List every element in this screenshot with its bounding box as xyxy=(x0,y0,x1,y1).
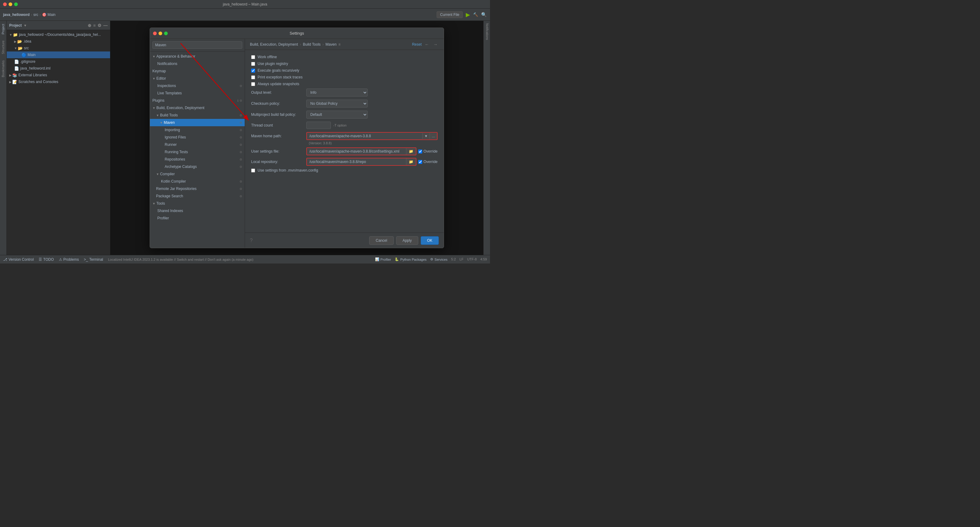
settings-item-shared-indexes[interactable]: Shared Indexes xyxy=(150,207,245,214)
settings-item-remote-jar[interactable]: Remote Jar Repositories ⚙ xyxy=(150,185,245,192)
execute-goals-checkbox[interactable] xyxy=(251,69,255,73)
mvn-config-row: Use settings from .mvn/maven.config xyxy=(251,168,438,173)
local-repository-override-label[interactable]: Override xyxy=(418,160,438,164)
user-settings-override-label[interactable]: Override xyxy=(418,149,438,154)
print-exceptions-checkbox[interactable] xyxy=(251,75,255,79)
settings-item-tools[interactable]: ▼ Tools xyxy=(150,200,245,207)
settings-item-runner[interactable]: Runner ⚙ xyxy=(150,141,245,148)
hide-icon[interactable]: — xyxy=(103,23,108,28)
settings-item-plugins[interactable]: Plugins ℹ ⚙ xyxy=(150,97,245,104)
settings-item-appearance[interactable]: ▼ Appearance & Behavior xyxy=(150,53,245,60)
always-update-checkbox[interactable] xyxy=(251,82,255,86)
tree-item[interactable]: ▶ 📚 External Libraries xyxy=(7,72,110,78)
project-tab[interactable]: Project xyxy=(0,21,6,37)
run-button[interactable]: ▶ xyxy=(466,11,470,18)
version-control-item[interactable]: ⎇ Version Control xyxy=(3,257,34,262)
tree-item[interactable]: 🔵 Main xyxy=(7,51,110,58)
tree-item[interactable]: ▼ 📂 src xyxy=(7,45,110,51)
reset-button[interactable]: Reset xyxy=(412,42,422,46)
settings-item-build[interactable]: ▼ Build, Execution, Deployment xyxy=(150,104,245,111)
settings-item-running-tests[interactable]: Running Tests ⚙ xyxy=(150,148,245,156)
tree-item[interactable]: ▶ 📝 Scratches and Consoles xyxy=(7,78,110,85)
settings-icon[interactable]: ⚙ xyxy=(97,23,102,28)
settings-item-importing[interactable]: Importing ⚙ xyxy=(150,126,245,133)
notifications-tab[interactable]: Notifications xyxy=(484,21,490,42)
settings-item-profiler[interactable]: Profiler xyxy=(150,214,245,222)
output-level-select[interactable]: Info Debug Warn Error xyxy=(306,89,368,97)
dialog-minimize-button[interactable] xyxy=(159,32,162,35)
local-repository-override-checkbox[interactable] xyxy=(418,160,422,164)
src-folder[interactable]: src xyxy=(33,13,38,17)
settings-item-compiler[interactable]: ▼ Compiler xyxy=(150,170,245,178)
badge: ⚙ xyxy=(239,84,242,87)
maven-home-path-browse[interactable]: … xyxy=(430,133,437,139)
todo-item[interactable]: ☰ TODO xyxy=(39,257,54,262)
tree-item-label: java_helloword ~/Documents/idea_java/jav… xyxy=(19,32,101,37)
cancel-button[interactable]: Cancel xyxy=(369,236,393,245)
settings-item-package-search[interactable]: Package Search ⚙ xyxy=(150,192,245,200)
services-item[interactable]: ⚙ Services xyxy=(430,257,447,261)
close-button[interactable] xyxy=(3,2,7,6)
traffic-lights[interactable] xyxy=(3,2,18,6)
back-button[interactable]: ← xyxy=(423,41,430,48)
user-settings-file-browse[interactable]: 📁 xyxy=(406,148,416,155)
tree-item[interactable]: 📄 .gitignore xyxy=(7,58,110,65)
terminal-item[interactable]: >_ Terminal xyxy=(84,257,103,262)
current-file-button[interactable]: Current File xyxy=(437,11,463,18)
checksum-policy-select[interactable]: No Global Policy Fail Warn Ignore xyxy=(306,100,368,108)
main-file[interactable]: 🎯 Main xyxy=(42,13,56,17)
use-plugin-registry-checkbox[interactable] xyxy=(251,62,255,66)
settings-item-notifications[interactable]: Notifications xyxy=(150,60,245,67)
settings-item-inspections[interactable]: Inspections ⚙ xyxy=(150,82,245,89)
panel-dropdown[interactable]: ▼ xyxy=(24,24,27,27)
dialog-close-button[interactable] xyxy=(153,32,157,35)
local-repository-input[interactable] xyxy=(307,159,406,165)
services-icon: ⚙ xyxy=(430,257,433,261)
locate-icon[interactable]: ⊕ xyxy=(88,23,91,28)
dialog-title-bar: Settings xyxy=(150,28,444,39)
local-repository-browse[interactable]: 📁 xyxy=(406,159,416,165)
breadcrumb-menu-icon[interactable]: ≡ xyxy=(339,42,340,46)
user-settings-file-input[interactable] xyxy=(307,148,406,155)
settings-item-repositories[interactable]: Repositories ⚙ xyxy=(150,156,245,163)
tree-item[interactable]: ▼ 📁 java_helloword ~/Documents/idea_java… xyxy=(7,31,110,38)
settings-item-archetype-catalogs[interactable]: Archetype Catalogs ⚙ xyxy=(150,163,245,170)
mvn-config-checkbox[interactable] xyxy=(251,168,255,173)
tree-item[interactable]: ▶ 📂 .idea xyxy=(7,38,110,45)
multiproject-policy-select[interactable]: Default Never At End Immediately xyxy=(306,111,368,119)
minimize-button[interactable] xyxy=(9,2,12,6)
settings-item-kotlin-compiler[interactable]: Kotlin Compiler ⚙ xyxy=(150,178,245,185)
profiler-item[interactable]: 📊 Profiler xyxy=(375,257,391,261)
forward-button[interactable]: → xyxy=(432,41,439,48)
user-settings-override-checkbox[interactable] xyxy=(418,149,422,154)
dialog-traffic-lights[interactable] xyxy=(153,32,168,35)
help-icon[interactable]: ? xyxy=(250,238,253,243)
collapse-icon[interactable]: ≡ xyxy=(93,23,95,28)
settings-item-build-tools[interactable]: ▼ Build Tools ⚙ xyxy=(150,111,245,119)
settings-search-input[interactable] xyxy=(153,41,242,49)
structure-tab[interactable]: Structure xyxy=(0,37,6,57)
settings-item-maven[interactable]: ▼ Maven ⚙ xyxy=(150,119,245,126)
maven-home-path-dropdown[interactable]: ▼ xyxy=(422,133,430,139)
settings-item-editor[interactable]: ▼ Editor xyxy=(150,75,245,82)
ok-button[interactable]: OK xyxy=(421,236,439,245)
settings-tree: ▼ Appearance & Behavior Notifications Ke… xyxy=(150,51,245,248)
maximize-button[interactable] xyxy=(14,2,18,6)
settings-item-ignored-files[interactable]: Ignored Files ⚙ xyxy=(150,133,245,141)
dialog-maximize-button[interactable] xyxy=(164,32,168,35)
python-packages-item[interactable]: 🐍 Python Packages xyxy=(395,257,426,261)
tree-item[interactable]: 📄 java_helloword.iml xyxy=(7,65,110,72)
search-icon[interactable]: 🔍 xyxy=(481,12,487,17)
problems-item[interactable]: ⚠ Problems xyxy=(59,257,79,262)
thread-count-input[interactable] xyxy=(306,122,331,129)
build-button[interactable]: 🔨 xyxy=(473,12,478,17)
settings-item-keymap[interactable]: Keymap xyxy=(150,67,245,75)
checksum-policy-label: Checksum policy: xyxy=(251,102,306,106)
project-name[interactable]: java_helloword xyxy=(3,13,30,17)
apply-button[interactable]: Apply xyxy=(396,236,418,245)
expand-arrow: ▼ xyxy=(156,173,159,176)
maven-home-path-input[interactable] xyxy=(307,133,422,140)
work-offline-checkbox[interactable] xyxy=(251,55,255,59)
settings-item-live-templates[interactable]: Live Templates xyxy=(150,89,245,97)
bookmarks-tab[interactable]: Bookmarks xyxy=(0,57,6,80)
